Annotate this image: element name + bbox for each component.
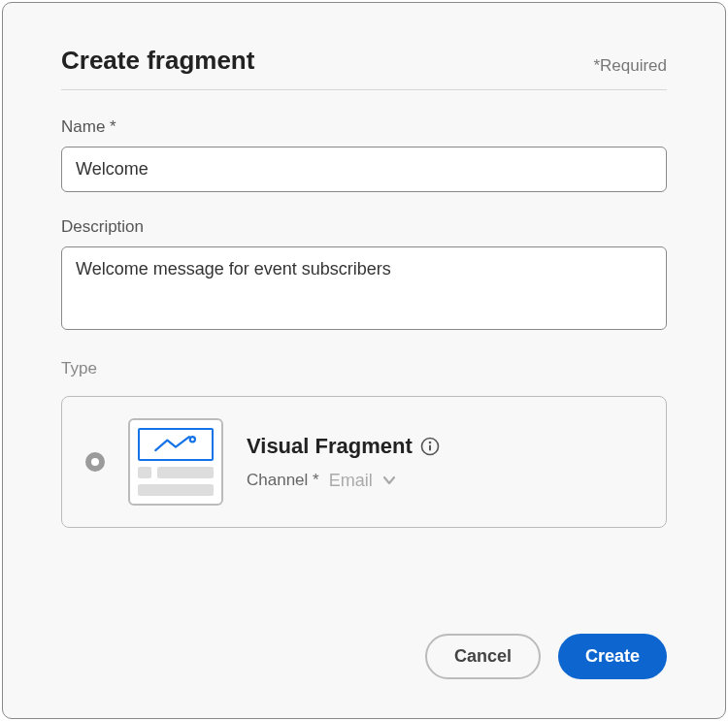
chevron-down-icon: [382, 474, 396, 487]
type-option-visual-fragment[interactable]: Visual Fragment Channel * Email: [61, 396, 667, 528]
description-field-group: Description: [61, 217, 667, 334]
dialog-header: Create fragment *Required: [61, 46, 667, 90]
type-label: Type: [61, 359, 667, 378]
description-label: Description: [61, 217, 667, 237]
create-button[interactable]: Create: [558, 634, 667, 679]
dialog-title: Create fragment: [61, 46, 254, 76]
type-option-title: Visual Fragment: [247, 434, 413, 459]
create-fragment-dialog: Create fragment *Required Name * Descrip…: [2, 2, 726, 719]
name-field-group: Name *: [61, 117, 667, 192]
info-icon[interactable]: [420, 437, 440, 456]
required-note: *Required: [593, 56, 667, 76]
name-input[interactable]: [61, 147, 667, 192]
description-input[interactable]: [61, 246, 667, 330]
channel-value: Email: [329, 471, 373, 491]
svg-rect-3: [429, 444, 431, 450]
svg-point-2: [428, 441, 431, 443]
channel-label: Channel *: [247, 471, 319, 490]
type-field-group: Type Visual Fragment: [61, 359, 667, 528]
type-details: Visual Fragment Channel * Email: [247, 434, 643, 491]
cancel-button[interactable]: Cancel: [425, 634, 541, 679]
svg-point-0: [190, 437, 195, 442]
name-label: Name *: [61, 117, 667, 137]
dialog-footer: Cancel Create: [425, 634, 667, 679]
visual-fragment-thumbnail-icon: [128, 418, 223, 506]
channel-select[interactable]: Email: [329, 471, 396, 491]
radio-button[interactable]: [85, 452, 105, 472]
